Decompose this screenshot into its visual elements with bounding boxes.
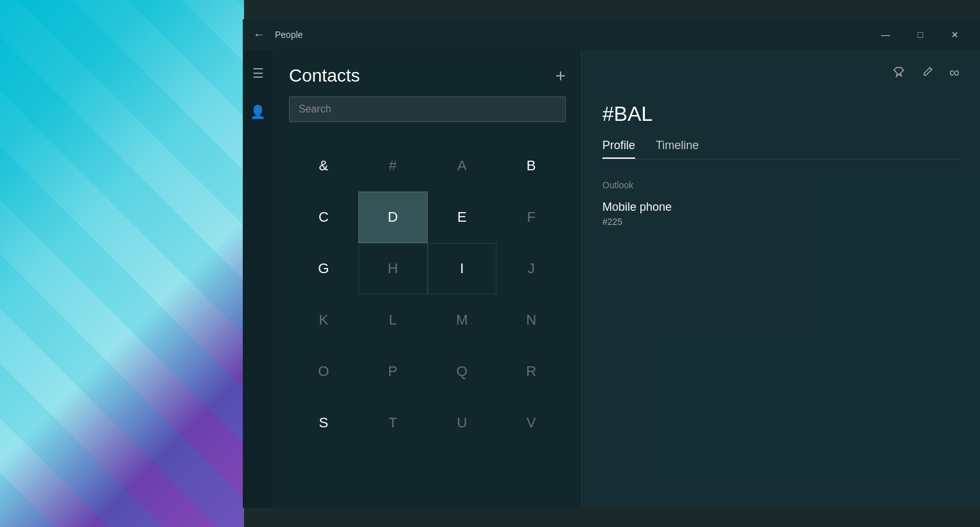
edit-icon[interactable] (921, 66, 934, 82)
alpha-cell[interactable]: # (358, 140, 428, 192)
alpha-cell[interactable]: B (496, 140, 566, 192)
alpha-cell[interactable]: H (358, 243, 428, 294)
close-button[interactable]: ✕ (940, 24, 970, 45)
alpha-cell[interactable]: I (428, 243, 497, 294)
background-decoration (0, 0, 244, 527)
alpha-cell[interactable]: F (496, 192, 566, 243)
back-button[interactable]: ← (253, 28, 265, 42)
person-icon[interactable]: 👤 (245, 99, 271, 125)
maximize-button[interactable]: □ (906, 24, 935, 45)
alpha-cell[interactable]: P (358, 346, 428, 397)
alpha-cell[interactable]: S (289, 397, 358, 449)
contact-name: #BAL (602, 102, 959, 126)
app-title: People (275, 30, 303, 40)
sidebar: ☰ 👤 (243, 50, 274, 508)
alpha-cell[interactable]: K (289, 294, 358, 346)
detail-tabs: Profile Timeline (602, 139, 959, 159)
contacts-header: Contacts + (274, 50, 581, 96)
detail-toolbar: ∞ (602, 66, 959, 82)
app-window: ← People — □ ✕ ☰ 👤 Contacts + &#ABCDEFGH… (243, 19, 980, 508)
alpha-cell[interactable]: N (496, 294, 566, 346)
tab-profile[interactable]: Profile (602, 139, 635, 159)
title-bar: ← People — □ ✕ (243, 19, 980, 50)
alpha-cell[interactable]: J (496, 243, 566, 294)
hamburger-menu-icon[interactable]: ☰ (245, 60, 271, 86)
alpha-cell[interactable]: M (428, 294, 497, 346)
alpha-cell[interactable]: R (496, 346, 566, 397)
alpha-cell[interactable]: D (358, 192, 428, 243)
title-bar-left: ← People (253, 28, 303, 42)
app-content: ☰ 👤 Contacts + &#ABCDEFGHIJKLMNOPQRSTUV (243, 50, 980, 508)
alpha-grid: &#ABCDEFGHIJKLMNOPQRSTUV (274, 135, 581, 508)
minimize-button[interactable]: — (871, 24, 900, 45)
more-icon[interactable]: ∞ (949, 66, 959, 82)
alpha-cell[interactable]: L (358, 294, 428, 346)
tab-timeline[interactable]: Timeline (656, 139, 699, 159)
window-controls: — □ ✕ (871, 24, 970, 45)
alpha-cell[interactable]: A (428, 140, 497, 192)
mobile-phone-value: #225 (602, 217, 959, 227)
add-contact-button[interactable]: + (556, 67, 566, 85)
alpha-cell[interactable]: & (289, 140, 358, 192)
alpha-cell[interactable]: V (496, 397, 566, 449)
contacts-title: Contacts (289, 66, 360, 86)
search-bar[interactable] (289, 96, 566, 122)
alpha-cell[interactable]: Q (428, 346, 497, 397)
alpha-cell[interactable]: T (358, 397, 428, 449)
detail-panel: ∞ #BAL Profile Timeline Outlook Mobile p… (582, 50, 980, 508)
contacts-panel: Contacts + &#ABCDEFGHIJKLMNOPQRSTUV (274, 50, 582, 508)
alpha-cell[interactable]: O (289, 346, 358, 397)
alpha-cell[interactable]: U (428, 397, 497, 449)
alpha-cell[interactable]: E (428, 192, 497, 243)
mobile-phone-label: Mobile phone (602, 201, 959, 214)
search-input[interactable] (299, 103, 556, 115)
pin-icon[interactable] (893, 66, 906, 82)
alpha-cell[interactable]: G (289, 243, 358, 294)
contact-source: Outlook (602, 180, 959, 190)
mobile-phone-field: Mobile phone #225 (602, 201, 959, 227)
alpha-cell[interactable]: C (289, 192, 358, 243)
